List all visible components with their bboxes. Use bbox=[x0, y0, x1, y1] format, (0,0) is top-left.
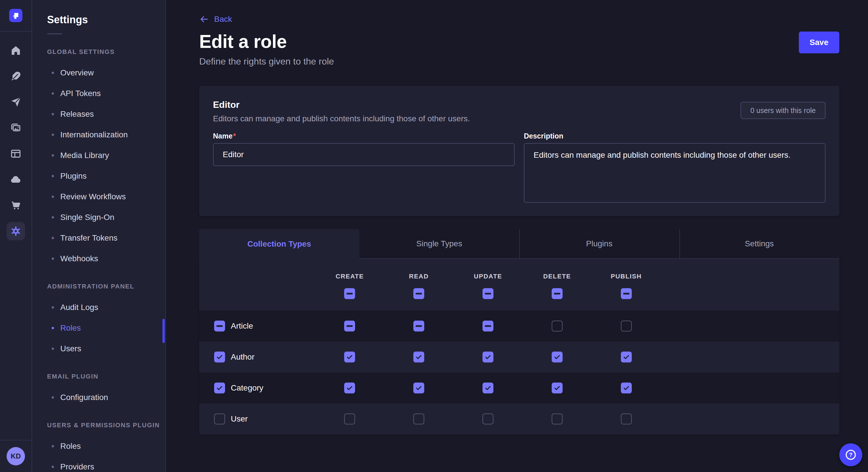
sidebar-item-providers[interactable]: Providers bbox=[32, 457, 165, 472]
article-read-checkbox[interactable] bbox=[413, 321, 424, 332]
cell-user-publish bbox=[592, 413, 661, 425]
bullet-icon bbox=[52, 72, 54, 74]
row-header-author: Author bbox=[199, 351, 315, 363]
category-create-checkbox[interactable] bbox=[344, 382, 355, 394]
article-update-checkbox[interactable] bbox=[483, 321, 493, 332]
back-label: Back bbox=[214, 14, 232, 24]
permissions-tabs: Collection TypesSingle TypesPluginsSetti… bbox=[199, 229, 839, 259]
category-update-checkbox[interactable] bbox=[483, 382, 493, 394]
category-read-checkbox[interactable] bbox=[413, 382, 424, 394]
sidebar-item-roles[interactable]: Roles bbox=[32, 318, 165, 338]
author-read-checkbox[interactable] bbox=[413, 351, 424, 363]
sidebar-title-rule bbox=[47, 33, 62, 34]
role-description-line: Editors can manage and publish contents … bbox=[213, 114, 826, 123]
page-subtitle: Define the rights given to the role bbox=[199, 56, 839, 67]
article-publish-checkbox[interactable] bbox=[621, 321, 632, 332]
sidebar-section: USERS & PERMISSIONS PLUGINRolesProviders bbox=[32, 422, 165, 472]
sidebar-item-single-sign-on[interactable]: Single Sign-On bbox=[32, 207, 165, 228]
home-icon[interactable] bbox=[10, 45, 22, 56]
article-create-checkbox[interactable] bbox=[344, 321, 355, 332]
column-label: UPDATE bbox=[474, 273, 502, 280]
sidebar-item-api-tokens[interactable]: API Tokens bbox=[32, 83, 165, 104]
user-read-checkbox[interactable] bbox=[413, 413, 424, 425]
svg-text:?: ? bbox=[849, 452, 852, 458]
select-all-publish-checkbox[interactable] bbox=[621, 288, 632, 299]
select-all-create-checkbox[interactable] bbox=[344, 288, 355, 299]
tab-settings[interactable]: Settings bbox=[679, 229, 840, 259]
header-col-update: UPDATE bbox=[454, 259, 523, 310]
section-label: GLOBAL SETTINGS bbox=[47, 48, 165, 56]
bullet-icon bbox=[52, 113, 54, 115]
author-publish-checkbox[interactable] bbox=[621, 351, 632, 363]
select-all-read-checkbox[interactable] bbox=[413, 288, 424, 299]
help-button[interactable]: ? bbox=[839, 443, 862, 466]
row-category-checkbox[interactable] bbox=[214, 382, 225, 394]
row-article-checkbox[interactable] bbox=[214, 321, 225, 332]
save-button[interactable]: Save bbox=[799, 32, 839, 53]
users-with-role-badge[interactable]: 0 users with this role bbox=[741, 102, 826, 119]
sidebar-item-users[interactable]: Users bbox=[32, 338, 165, 359]
tab-single-types[interactable]: Single Types bbox=[360, 229, 520, 259]
sidebar-item-label: API Tokens bbox=[60, 89, 101, 98]
bullet-icon bbox=[52, 175, 54, 177]
main-content: Back Edit a role Define the rights given… bbox=[166, 0, 868, 472]
row-user-checkbox[interactable] bbox=[214, 413, 225, 425]
column-label: CREATE bbox=[336, 273, 364, 280]
cart-icon[interactable] bbox=[10, 200, 22, 211]
sidebar-scrollbar-thumb[interactable] bbox=[162, 319, 165, 343]
bullet-icon bbox=[52, 445, 54, 447]
author-delete-checkbox[interactable] bbox=[552, 351, 563, 363]
gear-icon[interactable] bbox=[10, 225, 22, 237]
select-all-update-checkbox[interactable] bbox=[483, 288, 493, 299]
sidebar-item-audit-logs[interactable]: Audit Logs bbox=[32, 297, 165, 318]
sidebar-item-internationalization[interactable]: Internationalization bbox=[32, 125, 165, 145]
user-create-checkbox[interactable] bbox=[344, 413, 355, 425]
cell-article-create bbox=[315, 321, 384, 332]
tab-collection-types[interactable]: Collection Types bbox=[199, 229, 360, 259]
back-link[interactable]: Back bbox=[199, 14, 232, 24]
sidebar-item-plugins[interactable]: Plugins bbox=[32, 166, 165, 187]
sidebar-item-label: Plugins bbox=[60, 171, 87, 181]
user-delete-checkbox[interactable] bbox=[552, 413, 563, 425]
user-avatar[interactable]: KD bbox=[7, 447, 25, 465]
cloud-icon[interactable] bbox=[10, 174, 22, 185]
layout-icon[interactable] bbox=[10, 148, 22, 160]
permissions-card: Collection TypesSingle TypesPluginsSetti… bbox=[199, 229, 839, 434]
check-icon bbox=[553, 384, 561, 392]
select-all-delete-checkbox[interactable] bbox=[552, 288, 563, 299]
sidebar-item-webhooks[interactable]: Webhooks bbox=[32, 248, 165, 269]
row-author-checkbox[interactable] bbox=[214, 351, 225, 363]
section-item-list: RolesProviders bbox=[32, 436, 165, 472]
cell-category-update bbox=[454, 382, 523, 394]
feather-icon[interactable] bbox=[10, 71, 22, 82]
permissions-table-body: ArticleAuthorCategoryUser bbox=[199, 310, 839, 434]
sidebar-item-configuration[interactable]: Configuration bbox=[32, 387, 165, 408]
user-publish-checkbox[interactable] bbox=[621, 413, 632, 425]
author-update-checkbox[interactable] bbox=[483, 351, 493, 363]
sidebar-item-roles[interactable]: Roles bbox=[32, 436, 165, 457]
sidebar-section: ADMINISTRATION PANELAudit LogsRolesUsers bbox=[32, 283, 165, 359]
bullet-icon bbox=[52, 258, 54, 260]
user-update-checkbox[interactable] bbox=[483, 413, 493, 425]
author-create-checkbox[interactable] bbox=[344, 351, 355, 363]
indeterminate-dash-icon bbox=[415, 293, 422, 294]
table-row-category: Category bbox=[199, 372, 839, 403]
sidebar-item-overview[interactable]: Overview bbox=[32, 63, 165, 83]
sidebar-item-releases[interactable]: Releases bbox=[32, 104, 165, 125]
paper-plane-icon[interactable] bbox=[10, 96, 22, 108]
article-delete-checkbox[interactable] bbox=[552, 321, 563, 332]
sidebar-item-label: Review Workflows bbox=[60, 192, 126, 201]
name-input[interactable] bbox=[213, 143, 515, 166]
category-publish-checkbox[interactable] bbox=[621, 382, 632, 394]
sidebar-item-review-workflows[interactable]: Review Workflows bbox=[32, 187, 165, 207]
tab-plugins[interactable]: Plugins bbox=[519, 229, 679, 259]
sidebar-item-transfer-tokens[interactable]: Transfer Tokens bbox=[32, 228, 165, 248]
sidebar-item-label: Single Sign-On bbox=[60, 213, 114, 222]
images-icon[interactable] bbox=[10, 122, 22, 134]
sidebar-item-media-library[interactable]: Media Library bbox=[32, 145, 165, 166]
strapi-logo[interactable] bbox=[9, 9, 22, 22]
category-delete-checkbox[interactable] bbox=[552, 382, 563, 394]
permissions-table: CREATEREADUPDATEDELETEPUBLISH ArticleAut… bbox=[199, 259, 839, 434]
description-textarea[interactable]: Editors can manage and publish contents … bbox=[524, 143, 826, 203]
cell-user-delete bbox=[522, 413, 592, 425]
